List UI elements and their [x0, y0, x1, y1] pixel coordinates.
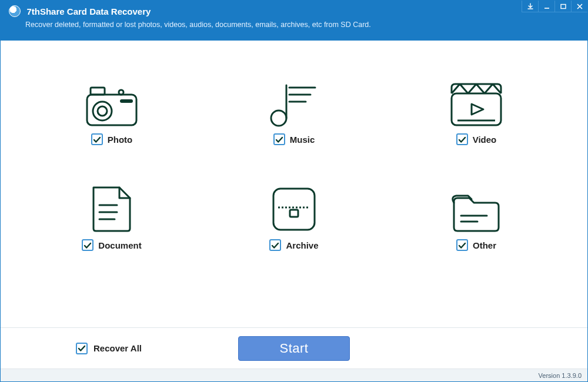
category-document[interactable]: Document — [56, 186, 168, 251]
archive-checkbox[interactable] — [269, 239, 281, 251]
download-button[interactable] — [522, 1, 538, 12]
video-icon — [449, 81, 503, 128]
title-bar: 7thShare Card Data Recovery Recover dele… — [1, 1, 587, 41]
category-music[interactable]: Music — [238, 81, 350, 145]
other-label: Other — [473, 240, 496, 250]
check-icon — [83, 242, 92, 250]
download-icon — [527, 3, 534, 10]
svg-point-3 — [119, 90, 123, 95]
minimize-button[interactable] — [538, 1, 554, 12]
photo-label: Photo — [108, 135, 133, 145]
svg-point-4 — [93, 102, 112, 120]
app-logo-icon — [9, 5, 21, 17]
start-button[interactable]: Start — [238, 336, 350, 361]
app-subtitle: Recover deleted, formatted or lost photo… — [25, 21, 587, 29]
version-label: Version 1.3.9.0 — [539, 372, 582, 379]
check-icon — [458, 136, 466, 144]
status-bar: Version 1.3.9.0 — [1, 368, 587, 381]
archive-icon — [270, 186, 318, 233]
check-icon — [271, 242, 279, 250]
maximize-icon — [560, 3, 567, 10]
close-button[interactable] — [571, 1, 587, 12]
maximize-button[interactable] — [554, 1, 571, 12]
music-checkbox[interactable] — [273, 133, 285, 145]
main-content: Photo Music — [1, 41, 587, 327]
svg-rect-2 — [91, 88, 105, 95]
category-grid: Photo Music — [56, 81, 532, 251]
svg-rect-6 — [120, 99, 133, 103]
start-button-label: Start — [280, 341, 309, 356]
app-title: 7thShare Card Data Recovery — [26, 6, 151, 16]
check-icon — [275, 136, 283, 144]
other-checkbox[interactable] — [456, 239, 468, 251]
recover-all-checkbox[interactable] — [76, 343, 88, 354]
window-controls — [522, 1, 587, 12]
svg-rect-0 — [561, 4, 566, 8]
photo-checkbox[interactable] — [91, 133, 103, 145]
check-icon — [93, 136, 101, 144]
svg-rect-10 — [290, 210, 298, 217]
check-icon — [458, 242, 466, 250]
footer-bar: Recover All Start — [1, 327, 587, 368]
category-archive[interactable]: Archive — [238, 186, 350, 251]
document-checkbox[interactable] — [82, 239, 93, 251]
close-icon — [576, 3, 583, 10]
check-icon — [78, 344, 86, 353]
photo-icon — [85, 81, 139, 128]
music-label: Music — [290, 135, 315, 145]
document-label: Document — [98, 240, 141, 250]
document-icon — [89, 186, 135, 233]
category-photo[interactable]: Photo — [56, 81, 168, 145]
category-other[interactable]: Other — [420, 186, 532, 251]
video-label: Video — [473, 135, 497, 145]
recover-all-toggle[interactable]: Recover All — [76, 343, 142, 354]
recover-all-label: Recover All — [93, 343, 142, 353]
svg-point-7 — [271, 110, 286, 126]
music-icon — [267, 81, 321, 128]
minimize-icon — [543, 3, 550, 10]
category-video[interactable]: Video — [420, 81, 532, 145]
other-icon — [448, 186, 505, 233]
svg-point-5 — [98, 106, 107, 116]
archive-label: Archive — [286, 240, 318, 250]
video-checkbox[interactable] — [456, 133, 468, 145]
